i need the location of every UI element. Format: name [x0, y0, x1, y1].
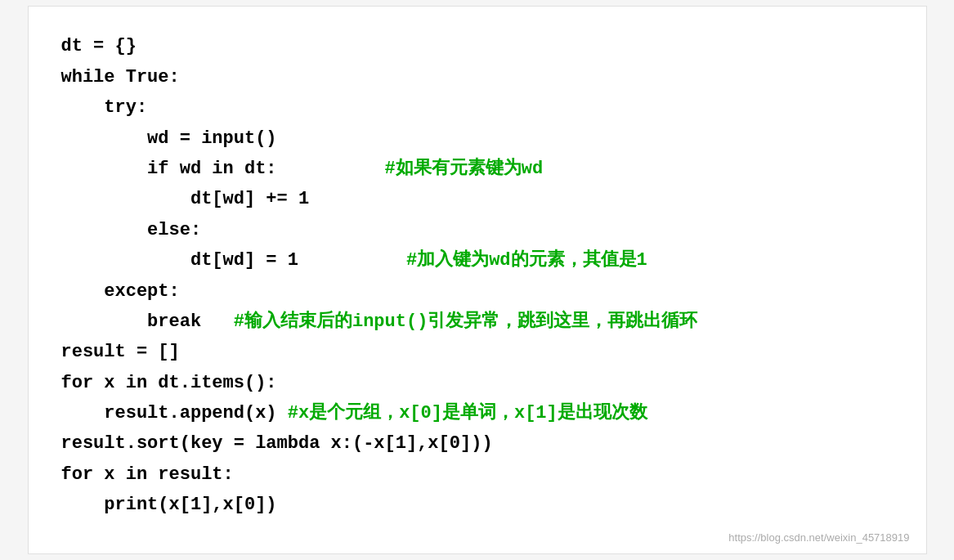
code-line-6: dt[wd] += 1 — [61, 184, 894, 214]
code-text-16: print(x[1],x[0]) — [61, 495, 277, 515]
code-line-16: print(x[1],x[0]) — [61, 490, 894, 520]
code-line-10: break #输入结束后的input()引发异常，跳到这里，再跳出循环 — [61, 307, 894, 337]
code-text-5: if wd in dt: — [61, 159, 385, 179]
code-line-3: try: — [61, 92, 894, 123]
code-text-7: else: — [61, 220, 202, 240]
code-text-1: dt = {} — [61, 36, 137, 56]
code-line-2: while True: — [61, 62, 894, 92]
code-text-11: result = [] — [61, 342, 180, 362]
code-text-10: break — [61, 311, 234, 332]
code-line-5: if wd in dt: #如果有元素键为wd — [61, 154, 894, 184]
code-line-12: for x in dt.items(): — [61, 368, 894, 398]
code-text-3: try: — [61, 97, 148, 118]
code-text-2: while True: — [61, 67, 180, 87]
code-text-9: except: — [61, 281, 180, 302]
code-line-11: result = [] — [61, 337, 894, 367]
comment-5: #如果有元素键为wd — [385, 159, 544, 179]
code-line-8: dt[wd] = 1 #加入键为wd的元素，其值是1 — [61, 245, 894, 276]
comment-8: #加入键为wd的元素，其值是1 — [406, 250, 647, 271]
code-text-6: dt[wd] += 1 — [61, 189, 310, 209]
code-line-15: for x in result: — [61, 459, 894, 490]
code-text-14: result.sort(key = lambda x:(-x[1],x[0])) — [61, 433, 493, 454]
code-line-13: result.append(x) #x是个元组，x[0]是单词，x[1]是出现次… — [61, 398, 894, 428]
code-line-14: result.sort(key = lambda x:(-x[1],x[0])) — [61, 428, 894, 459]
code-text-8: dt[wd] = 1 — [61, 250, 406, 271]
code-text-13: result.append(x) — [61, 403, 288, 423]
code-line-9: except: — [61, 276, 894, 307]
code-line-1: dt = {} — [61, 31, 894, 61]
comment-13: #x是个元组，x[0]是单词，x[1]是出现次数 — [288, 403, 647, 423]
watermark: https://blog.csdn.net/weixin_45718919 — [728, 531, 909, 544]
code-text-15: for x in result: — [61, 464, 234, 485]
code-container: dt = {} while True: try: wd = input() if… — [28, 6, 927, 553]
code-line-4: wd = input() — [61, 123, 894, 154]
code-line-7: else: — [61, 215, 894, 245]
code-text-4: wd = input() — [61, 128, 277, 149]
comment-10: #输入结束后的input()引发异常，跳到这里，再跳出循环 — [234, 311, 698, 332]
code-text-12: for x in dt.items(): — [61, 373, 277, 393]
